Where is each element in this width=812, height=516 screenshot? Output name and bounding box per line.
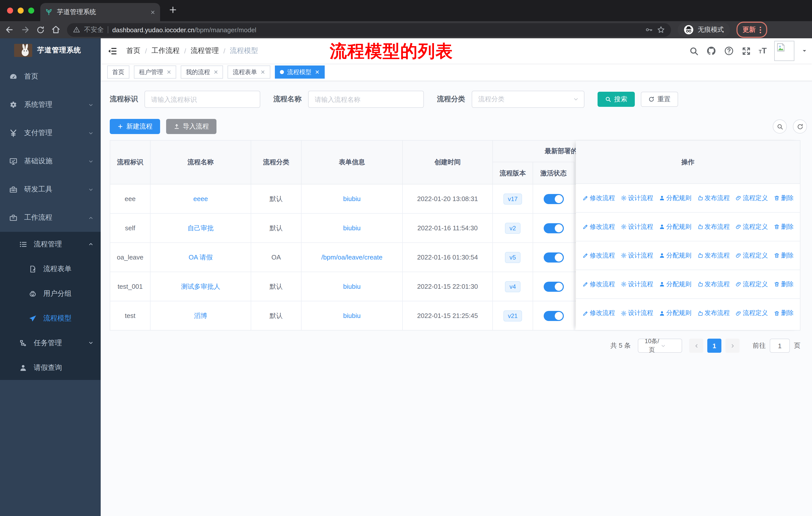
design-process-link[interactable]: 设计流程 [620, 251, 653, 260]
tag-process-form[interactable]: 流程表单✕ [228, 65, 270, 79]
sidebar-logo[interactable]: 芋道管理系统 [0, 38, 101, 62]
modify-process-link[interactable]: 修改流程 [582, 222, 615, 231]
process-definition-link[interactable]: 流程定义 [735, 194, 768, 202]
next-page-button[interactable] [725, 338, 740, 353]
active-toggle[interactable] [544, 252, 563, 262]
process-name-link[interactable]: 自己审批 [187, 223, 214, 233]
address-bar[interactable]: 不安全 dashboard.yudao.iocoder.cn/bpm/manag… [67, 23, 671, 36]
tag-close-icon[interactable]: ✕ [261, 69, 265, 75]
sidebar-fold-icon[interactable] [108, 46, 117, 56]
reload-icon[interactable] [36, 25, 45, 34]
create-process-button[interactable]: 新建流程 [110, 119, 160, 134]
delete-link[interactable]: 删除 [774, 194, 794, 202]
modify-process-link[interactable]: 修改流程 [582, 280, 615, 289]
process-definition-link[interactable]: 流程定义 [735, 280, 768, 289]
process-definition-link[interactable]: 流程定义 [735, 309, 768, 318]
process-definition-link[interactable]: 流程定义 [735, 222, 768, 231]
breadcrumb-process-mgmt[interactable]: 流程管理 [191, 46, 219, 55]
current-page[interactable]: 1 [707, 338, 721, 353]
help-icon[interactable] [724, 46, 734, 56]
assign-rule-link[interactable]: 分配规则 [659, 309, 691, 318]
sidebar-item-system[interactable]: 系统管理 [0, 91, 101, 119]
design-process-link[interactable]: 设计流程 [620, 309, 653, 318]
delete-link[interactable]: 删除 [774, 222, 794, 231]
window-controls[interactable] [7, 7, 34, 13]
form-info-link[interactable]: /bpm/oa/leave/create [321, 253, 383, 261]
tab-close-icon[interactable] [150, 10, 155, 15]
prev-page-button[interactable] [689, 338, 703, 353]
modify-process-link[interactable]: 修改流程 [582, 309, 615, 318]
active-toggle[interactable] [544, 223, 563, 233]
process-name-link[interactable]: OA 请假 [188, 253, 212, 262]
sidebar-item-leave-query[interactable]: 请假查询 [0, 355, 101, 380]
security-label[interactable]: 不安全 [84, 25, 104, 34]
show-search-button[interactable] [773, 119, 787, 134]
tag-close-icon[interactable]: ✕ [167, 69, 171, 75]
process-name-link[interactable]: 滔博 [194, 311, 207, 320]
new-tab-button[interactable] [168, 5, 178, 15]
tag-my-process[interactable]: 我的流程✕ [181, 65, 223, 79]
avatar-caret-icon[interactable] [802, 48, 807, 53]
sidebar-item-process-mgmt[interactable]: 流程管理 [0, 232, 101, 256]
process-id-input[interactable] [144, 91, 260, 108]
active-toggle[interactable] [544, 311, 563, 321]
sidebar-item-process-model[interactable]: 流程模型 [0, 306, 101, 331]
delete-link[interactable]: 删除 [774, 280, 794, 289]
home-icon[interactable] [51, 25, 60, 34]
active-toggle[interactable] [544, 281, 563, 292]
reset-button[interactable]: 重置 [641, 92, 678, 107]
publish-process-link[interactable]: 发布流程 [697, 280, 730, 289]
delete-link[interactable]: 删除 [774, 309, 794, 318]
tag-close-icon[interactable]: ✕ [213, 69, 218, 75]
back-icon[interactable] [5, 25, 14, 34]
github-icon[interactable] [706, 46, 716, 56]
tag-process-model[interactable]: 流程模型✕ [274, 65, 324, 79]
form-info-link[interactable]: biubiu [343, 312, 360, 320]
sidebar-item-home[interactable]: 首页 [0, 62, 101, 91]
tag-close-icon[interactable]: ✕ [315, 69, 319, 75]
process-name-link[interactable]: 测试多审批人 [181, 282, 220, 291]
assign-rule-link[interactable]: 分配规则 [659, 251, 691, 260]
avatar[interactable] [774, 41, 794, 61]
refresh-button[interactable] [793, 119, 807, 134]
import-process-button[interactable]: 导入流程 [166, 119, 216, 134]
assign-rule-link[interactable]: 分配规则 [659, 222, 691, 231]
browser-update-button[interactable]: 更新 [736, 22, 767, 38]
active-toggle[interactable] [544, 194, 563, 204]
search-button[interactable]: 搜索 [598, 92, 635, 107]
key-icon[interactable] [645, 26, 653, 34]
sidebar-item-user-group[interactable]: 用户分组 [0, 281, 101, 306]
minimize-window-button[interactable] [18, 7, 24, 13]
sidebar-item-devtools[interactable]: 研发工具 [0, 175, 101, 203]
browser-tab[interactable]: 芋道管理系统 [40, 3, 160, 21]
modify-process-link[interactable]: 修改流程 [582, 194, 615, 202]
goto-page-input[interactable] [770, 338, 790, 353]
fullscreen-icon[interactable] [742, 46, 751, 56]
search-icon[interactable] [689, 46, 699, 56]
design-process-link[interactable]: 设计流程 [620, 222, 653, 231]
sidebar-item-task-mgmt[interactable]: 任务管理 [0, 331, 101, 355]
font-size-icon[interactable]: TT [759, 46, 767, 55]
process-name-link[interactable]: eeee [193, 195, 208, 202]
form-info-link[interactable]: biubiu [343, 224, 360, 232]
form-info-link[interactable]: biubiu [343, 195, 360, 202]
assign-rule-link[interactable]: 分配规则 [659, 280, 691, 289]
design-process-link[interactable]: 设计流程 [620, 194, 653, 202]
sidebar-item-infra[interactable]: 基础设施 [0, 147, 101, 175]
design-process-link[interactable]: 设计流程 [620, 280, 653, 289]
delete-link[interactable]: 删除 [774, 251, 794, 260]
bookmark-star-icon[interactable] [657, 26, 665, 34]
modify-process-link[interactable]: 修改流程 [582, 251, 615, 260]
process-name-input[interactable] [308, 91, 424, 108]
url-text[interactable]: dashboard.yudao.iocoder.cn/bpm/manager/m… [112, 26, 641, 33]
publish-process-link[interactable]: 发布流程 [697, 222, 730, 231]
sidebar-item-process-form[interactable]: 流程表单 [0, 256, 101, 281]
sidebar-item-workflow[interactable]: 工作流程 [0, 203, 101, 232]
tag-tenant[interactable]: 租户管理✕ [134, 65, 176, 79]
publish-process-link[interactable]: 发布流程 [697, 251, 730, 260]
publish-process-link[interactable]: 发布流程 [697, 194, 730, 202]
sidebar-item-pay[interactable]: 支付管理 [0, 119, 101, 147]
process-definition-link[interactable]: 流程定义 [735, 251, 768, 260]
publish-process-link[interactable]: 发布流程 [697, 309, 730, 318]
category-select[interactable]: 流程分类 [472, 91, 584, 108]
